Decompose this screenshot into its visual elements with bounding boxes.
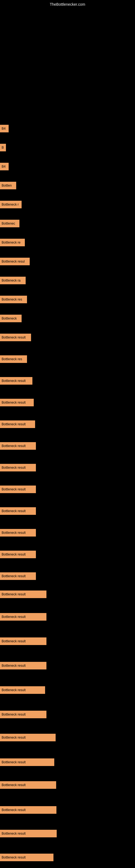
bottleneck-result-item: Bottleneck resul [0,258,30,265]
bottleneck-result-item: Bottlen [0,182,16,189]
bottleneck-result-item: Bottleneck result [0,572,36,580]
bottleneck-result-item: Bottleneck result [0,399,34,406]
bottleneck-result-item: B4 [0,163,9,170]
bottleneck-result-item: Bottleneck result [0,734,56,741]
bottleneck-result-item: Bottleneck result [0,529,36,536]
bottleneck-result-item: Bottleneck result [0,686,45,694]
bottleneck-result-item: Bottleneck result [0,781,56,789]
bottleneck-result-item: Bottleneck result [0,613,46,621]
bottleneck-result-item: Bottleneck result [0,662,46,670]
bottleneck-result-item: Bottleneck result [0,377,32,384]
bottleneck-result-item: Bottleneck re [0,239,25,246]
bottleneck-result-item: Bottleneck result [0,421,35,428]
bottleneck-result-item: Bottleneck result [0,486,36,493]
bottleneck-result-item: Bottleneck result [0,830,57,837]
bottleneck-result-item: Bottleneck result [0,758,54,766]
bottleneck-result-item: B4 [0,125,9,132]
bottleneck-result-item: Bottleneck result [0,334,31,341]
bottleneck-result-item: Bottleneck result [0,854,53,861]
bottleneck-result-item: Bottleneck ra [0,277,26,284]
bottleneck-result-item: B [0,144,6,151]
bottleneck-result-item: Bottleneck result [0,806,56,814]
bottleneck-result-item: Bottleneck result [0,590,46,598]
bottleneck-result-item: Bottleneck result [0,711,46,718]
bottleneck-result-item: Bottleneck res [0,355,27,363]
bottleneck-result-item: Bottleneck result [0,464,36,471]
bottleneck-result-item: Bottlenec [0,220,19,227]
site-title: TheBottlenecker.com [50,2,85,6]
bottleneck-result-item: Bottleneck [0,315,21,322]
bottleneck-result-item: Bottleneck result [0,638,46,645]
bottleneck-result-item: Bottleneck result [0,442,36,450]
bottleneck-result-item: Bottleneck result [0,507,36,515]
bottleneck-result-item: Bottleneck result [0,551,36,558]
bottleneck-result-item: Bottleneck res [0,296,27,303]
bottleneck-result-item: Bottleneck r [0,201,21,208]
